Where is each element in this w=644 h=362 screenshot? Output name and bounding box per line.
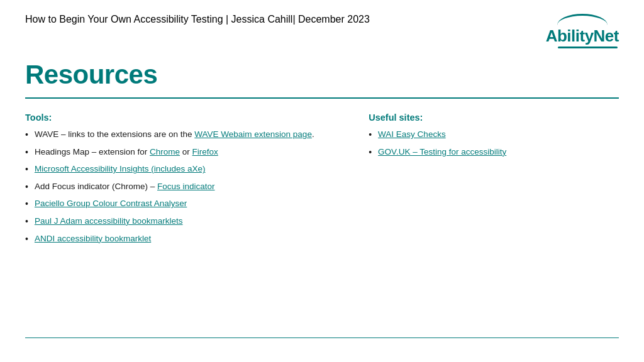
- list-item: WAI Easy Checks: [369, 129, 619, 141]
- chrome-link[interactable]: Chrome: [150, 147, 180, 156]
- item-text: Add Focus indicator (Chrome) – Focus ind…: [35, 181, 331, 193]
- list-item: Headings Map – extension for Chrome or F…: [25, 146, 331, 159]
- page-title: Resources: [25, 60, 619, 90]
- item-text: Paul J Adam accessibility bookmarklets: [35, 216, 331, 228]
- tools-list: WAVE – links to the extensions are on th…: [25, 129, 331, 245]
- logo-container: AbilityNet: [546, 14, 619, 48]
- focus-indicator-link[interactable]: Focus indicator: [157, 182, 215, 191]
- list-item: Microsoft Accessibility Insights (includ…: [25, 163, 331, 176]
- header-subtitle: How to Begin Your Own Accessibility Test…: [25, 14, 370, 25]
- page-heading: Resources: [0, 48, 644, 90]
- item-text: Microsoft Accessibility Insights (includ…: [35, 163, 331, 175]
- logo-text: AbilityNet: [546, 26, 619, 46]
- useful-sites-section: Useful sites: WAI Easy Checks GOV.UK – T…: [356, 112, 619, 250]
- item-text: Paciello Group Colour Contrast Analyser: [35, 198, 331, 210]
- paul-adam-link[interactable]: Paul J Adam accessibility bookmarklets: [35, 216, 183, 226]
- item-text: WAI Easy Checks: [378, 129, 619, 141]
- logo-part2: Net: [594, 26, 619, 45]
- useful-sites-list: WAI Easy Checks GOV.UK – Testing for acc…: [369, 129, 619, 158]
- logo-arc-icon: [557, 14, 608, 25]
- logo-underline: [558, 47, 618, 48]
- list-item: GOV.UK – Testing for accessibility: [369, 146, 619, 159]
- header: How to Begin Your Own Accessibility Test…: [0, 0, 644, 48]
- tools-label: Tools:: [25, 112, 331, 123]
- content-area: Tools: WAVE – links to the extensions ar…: [0, 99, 644, 250]
- useful-sites-label: Useful sites:: [369, 112, 619, 123]
- list-item: Paciello Group Colour Contrast Analyser: [25, 198, 331, 211]
- ms-accessibility-link[interactable]: Microsoft Accessibility Insights (includ…: [35, 164, 206, 173]
- item-text: WAVE – links to the extensions are on th…: [35, 129, 331, 141]
- subtitle-text: How to Begin Your Own Accessibility Test…: [25, 14, 370, 25]
- wave-webaim-link[interactable]: WAVE Webaim extension page: [194, 129, 312, 139]
- item-text: ANDI accessibility bookmarklet: [35, 233, 331, 245]
- firefox-link[interactable]: Firefox: [192, 147, 218, 156]
- andi-link[interactable]: ANDI accessibility bookmarklet: [35, 234, 151, 243]
- slide: How to Begin Your Own Accessibility Test…: [0, 0, 644, 362]
- tools-section: Tools: WAVE – links to the extensions ar…: [25, 112, 331, 250]
- bottom-divider: [25, 337, 619, 339]
- list-item: Add Focus indicator (Chrome) – Focus ind…: [25, 181, 331, 194]
- item-text: Headings Map – extension for Chrome or F…: [35, 146, 331, 158]
- list-item: ANDI accessibility bookmarklet: [25, 233, 331, 246]
- list-item: Paul J Adam accessibility bookmarklets: [25, 216, 331, 228]
- govuk-testing-link[interactable]: GOV.UK – Testing for accessibility: [378, 147, 506, 156]
- item-text: GOV.UK – Testing for accessibility: [378, 146, 619, 158]
- list-item: WAVE – links to the extensions are on th…: [25, 129, 331, 141]
- wai-easy-checks-link[interactable]: WAI Easy Checks: [378, 129, 446, 139]
- logo-part1: Ability: [546, 26, 594, 45]
- paciello-link[interactable]: Paciello Group Colour Contrast Analyser: [35, 199, 187, 208]
